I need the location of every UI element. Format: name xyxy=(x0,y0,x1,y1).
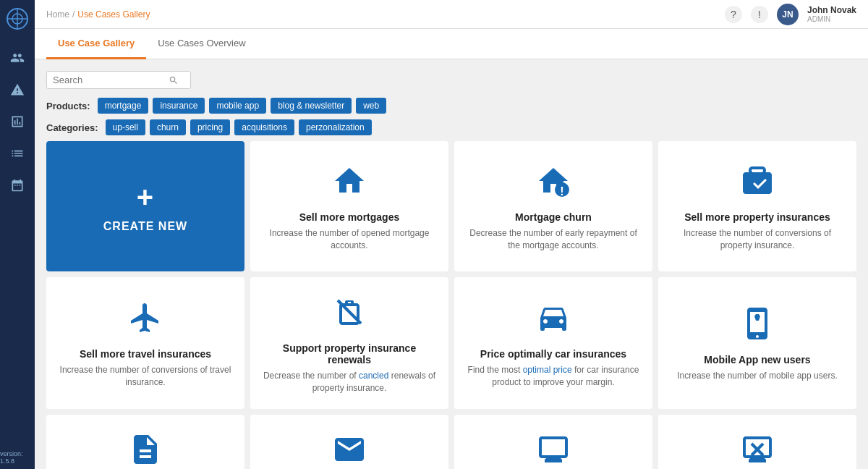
card-desc: Increase the number of opened mortgage a… xyxy=(262,227,437,252)
user-info: John Novak ADMIN xyxy=(807,5,856,23)
create-new-label: CREATE NEW xyxy=(103,220,187,233)
card-travel-insurance[interactable]: Sell more travel insurances Increase the… xyxy=(46,277,244,409)
notification-icon[interactable]: ! xyxy=(751,6,768,23)
card-title: Price optimally car insurances xyxy=(480,348,626,360)
card-title: Sell more property insurances xyxy=(684,211,830,223)
card-desc: Decrease the number of cancled renewals … xyxy=(262,370,437,394)
help-icon[interactable]: ? xyxy=(725,6,742,23)
filter-churn[interactable]: churn xyxy=(150,119,186,135)
sidebar-item-alerts[interactable] xyxy=(4,77,30,103)
sidebar-item-calendar[interactable] xyxy=(4,172,30,198)
categories-label: Categories: xyxy=(46,122,98,133)
card-title: Support property insurance renewals xyxy=(262,342,437,366)
topbar: Home / Use Cases Gallery ? ! JN John Nov… xyxy=(35,0,868,29)
card-property-renewals[interactable]: Support property insurance renewals Decr… xyxy=(250,277,448,409)
breadcrumb-home[interactable]: Home xyxy=(46,9,69,20)
cancel-screen-icon xyxy=(740,432,775,469)
card-title: Mobile App new users xyxy=(704,354,810,366)
cards-grid: + CREATE NEW Sell more mortgages Increas… xyxy=(46,141,856,469)
car-icon xyxy=(536,300,571,338)
sidebar-item-users[interactable] xyxy=(4,45,30,71)
house-icon xyxy=(332,164,367,201)
card-partial-3[interactable] xyxy=(454,415,652,469)
content-area: Products: mortgage insurance mobile app … xyxy=(35,59,868,469)
mobile-icon xyxy=(740,306,775,344)
card-partial-2[interactable] xyxy=(250,415,448,469)
card-car-insurance[interactable]: Price optimally car insurances Find the … xyxy=(454,277,652,409)
doc-icon xyxy=(128,432,163,469)
sidebar-item-list[interactable] xyxy=(4,140,30,166)
house-alert-icon: ! xyxy=(536,164,571,201)
tabbar: Use Case Gallery Use Cases Overview xyxy=(35,29,868,59)
card-desc: Find the most optimal price for car insu… xyxy=(466,364,641,389)
filter-pricing[interactable]: pricing xyxy=(190,119,230,135)
search-icon xyxy=(169,75,179,85)
search-wrap xyxy=(46,71,191,89)
tab-use-case-gallery[interactable]: Use Case Gallery xyxy=(46,29,146,59)
svg-text:!: ! xyxy=(560,185,563,198)
tab-use-cases-overview[interactable]: Use Cases Overview xyxy=(146,29,257,59)
card-sell-mortgages[interactable]: Sell more mortgages Increase the number … xyxy=(250,141,448,271)
products-filter: Products: mortgage insurance mobile app … xyxy=(46,98,856,114)
card-title: Mortgage churn xyxy=(515,211,592,223)
card-title: Sell more travel insurances xyxy=(80,348,211,360)
products-label: Products: xyxy=(46,101,90,111)
card-desc: Increase the number of mobile app users. xyxy=(677,370,837,382)
card-desc: Increase the number of conversions of pr… xyxy=(670,227,845,252)
card-property-insurance[interactable]: Sell more property insurances Increase t… xyxy=(658,141,856,271)
card-desc: Decrease the number of early repayment o… xyxy=(466,227,641,252)
categories-filter: Categories: up-sell churn pricing acquis… xyxy=(46,119,856,135)
filter-blog-newsletter[interactable]: blog & newsletter xyxy=(271,98,352,114)
user-role: ADMIN xyxy=(807,15,856,23)
sidebar-logo xyxy=(6,7,29,33)
filter-upsell[interactable]: up-sell xyxy=(106,119,145,135)
topbar-right: ? ! JN John Novak ADMIN xyxy=(725,4,856,25)
search-input[interactable] xyxy=(53,75,169,85)
card-partial-1[interactable] xyxy=(46,415,244,469)
plus-icon: + xyxy=(137,182,154,211)
create-new-card[interactable]: + CREATE NEW xyxy=(46,141,244,271)
breadcrumb: Home / Use Cases Gallery xyxy=(46,9,725,20)
card-mortgage-churn[interactable]: ! Mortgage churn Decrease the number of … xyxy=(454,141,652,271)
filter-acquisitions[interactable]: acquisitions xyxy=(234,119,294,135)
filter-mobile-app[interactable]: mobile app xyxy=(209,98,266,114)
card-mobile-app[interactable]: Mobile App new users Increase the number… xyxy=(658,277,856,409)
breadcrumb-current: Use Cases Gallery xyxy=(77,9,150,20)
avatar[interactable]: JN xyxy=(777,4,799,25)
sidebar-version: version: 1.5.8 xyxy=(0,450,35,465)
sidebar: version: 1.5.8 xyxy=(0,0,35,469)
filter-web[interactable]: web xyxy=(356,98,386,114)
email-icon xyxy=(332,432,367,469)
user-name: John Novak xyxy=(807,5,856,15)
no-luggage-icon xyxy=(332,295,367,332)
plane-icon xyxy=(128,300,163,338)
card-partial-4[interactable] xyxy=(658,415,856,469)
sidebar-item-analytics[interactable] xyxy=(4,109,30,135)
monitor-icon xyxy=(536,432,571,469)
breadcrumb-separator: / xyxy=(72,9,75,20)
briefcase-icon xyxy=(740,164,775,201)
filter-perzonalization[interactable]: perzonalization xyxy=(299,119,372,135)
filter-insurance[interactable]: insurance xyxy=(153,98,205,114)
search-bar xyxy=(46,71,856,89)
card-desc: Increase the number of conversions of tr… xyxy=(58,364,233,389)
filter-mortgage[interactable]: mortgage xyxy=(98,98,149,114)
card-title: Sell more mortgages xyxy=(299,211,400,223)
